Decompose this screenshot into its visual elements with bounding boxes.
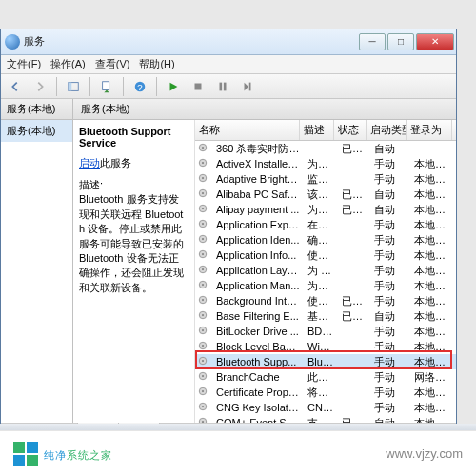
help-button[interactable]: ? <box>129 76 150 97</box>
window-title: 服务 <box>24 34 357 49</box>
services-grid[interactable]: 名称 描述 状态 启动类型 登录为 360 杀毒实时防护...已启动自动Acti… <box>195 120 456 423</box>
minimize-button[interactable]: ─ <box>359 33 386 50</box>
start-service-button[interactable] <box>163 76 184 97</box>
cell-startup: 手动 <box>370 218 410 232</box>
gear-icon <box>197 401 210 414</box>
cell-startup: 手动 <box>370 386 410 400</box>
svg-rect-5 <box>195 83 202 89</box>
menu-file[interactable]: 文件(F) <box>7 57 41 71</box>
selected-service-name: Bluetooth Support Service <box>79 126 188 149</box>
app-window: 服务 ─ □ ✕ 文件(F) 操作(A) 查看(V) 帮助(H) ? 服务(本地… <box>0 29 457 424</box>
table-row[interactable]: Certificate Propa...将用...手动本地系统 <box>195 385 456 400</box>
table-row[interactable]: BitLocker Drive ...BDE...手动本地系统 <box>195 324 456 339</box>
cell-logon: 本地系统 <box>410 218 456 232</box>
svg-point-40 <box>202 375 204 377</box>
back-button[interactable] <box>5 76 26 97</box>
menu-action[interactable]: 操作(A) <box>50 57 86 71</box>
svg-point-34 <box>202 329 204 331</box>
cell-status: 已启动 <box>338 203 370 217</box>
cell-desc: 为 In... <box>304 264 338 278</box>
col-status[interactable]: 状态 <box>334 120 367 140</box>
cell-startup: 手动 <box>370 370 410 385</box>
table-row[interactable]: CNG Key IsolationCNG...手动本地系统 <box>195 400 456 415</box>
cell-desc: 监视... <box>304 172 338 187</box>
col-logon[interactable]: 登录为 <box>407 120 452 140</box>
table-row[interactable]: Adaptive Brightn...监视...手动本地系统 <box>195 171 456 187</box>
stop-service-button[interactable] <box>188 76 208 97</box>
svg-point-28 <box>202 284 204 286</box>
svg-point-22 <box>202 238 204 240</box>
titlebar[interactable]: 服务 ─ □ ✕ <box>1 29 456 55</box>
export-list-button[interactable] <box>96 76 117 97</box>
svg-point-14 <box>202 177 204 179</box>
pause-service-button[interactable] <box>212 76 233 97</box>
cell-startup: 自动 <box>370 309 410 324</box>
cell-logon: 本地系统 <box>410 203 456 217</box>
table-row[interactable]: Bluetooth Supp...Blue...手动本地服务 <box>195 354 456 369</box>
svg-point-26 <box>202 268 204 270</box>
cell-name: Application Laye... <box>212 265 304 276</box>
close-button[interactable]: ✕ <box>416 33 454 50</box>
cell-startup: 手动 <box>370 325 410 339</box>
cell-desc: Win... <box>304 341 338 352</box>
table-row[interactable]: Base Filtering E...基本...已启动自动本地服务 <box>195 308 456 324</box>
cell-name: CNG Key Isolation <box>212 402 304 413</box>
tree-item-services-local[interactable]: 服务(本地) <box>1 120 72 142</box>
menu-view[interactable]: 查看(V) <box>95 57 130 71</box>
cell-logon: 本地服务 <box>410 264 456 278</box>
cell-logon: 网络服务 <box>410 370 456 385</box>
forward-button[interactable] <box>30 76 50 97</box>
cell-logon: 本地系统 <box>410 386 456 400</box>
cell-startup: 手动 <box>370 355 410 369</box>
col-name[interactable]: 名称 <box>195 120 300 140</box>
table-row[interactable]: ActiveX Installer ...为从...手动本地系统 <box>195 156 456 171</box>
show-hide-console-button[interactable] <box>63 76 84 97</box>
col-startup[interactable]: 启动类型 <box>367 120 407 140</box>
cell-logon: 本地系统 <box>410 157 456 171</box>
cell-desc: 基本... <box>304 309 338 324</box>
cell-startup: 自动 <box>370 142 410 156</box>
right-pane: 服务(本地) Bluetooth Support Service 启动此服务 描… <box>73 99 456 423</box>
cell-logon: 本地系统 <box>410 401 456 415</box>
cell-desc: 确定... <box>304 233 338 248</box>
gear-icon <box>197 279 210 292</box>
svg-point-36 <box>202 345 204 347</box>
table-row[interactable]: COM+ Event Syst...支持...已启动自动本地服务 <box>195 415 456 423</box>
restart-service-button[interactable] <box>237 76 258 97</box>
cell-startup: 自动 <box>370 188 410 202</box>
table-row[interactable]: Background Inte...使用...已启动手动本地系统 <box>195 293 456 308</box>
cell-startup: 手动 <box>370 233 410 248</box>
desc-label: 描述: <box>79 178 188 192</box>
table-row[interactable]: Application Expe...在应...手动本地系统 <box>195 217 456 232</box>
svg-point-20 <box>202 223 204 225</box>
table-row[interactable]: Application Laye...为 In...手动本地服务 <box>195 263 456 278</box>
table-row[interactable]: Alipay payment ...为支...已启动自动本地系统 <box>195 202 456 217</box>
cell-status: 已启动 <box>338 294 370 308</box>
desc-text: Bluetooth 服务支持发现和关联远程 Bluetooth 设备。停止或禁用… <box>79 192 188 295</box>
cell-name: Base Filtering E... <box>212 310 304 322</box>
brand-logo-icon <box>13 442 38 466</box>
cell-startup: 手动 <box>370 294 410 308</box>
cell-logon: 本地系统 <box>410 279 456 293</box>
gear-icon <box>197 370 210 384</box>
gear-icon <box>197 157 210 170</box>
col-desc[interactable]: 描述 <box>300 120 334 140</box>
cell-startup: 手动 <box>370 264 410 278</box>
table-row[interactable]: Block Level Back...Win...手动本地系统 <box>195 339 456 354</box>
start-service-link[interactable]: 启动 <box>79 157 100 169</box>
grid-header[interactable]: 名称 描述 状态 启动类型 登录为 <box>195 120 456 141</box>
table-row[interactable]: Application Info...使用...手动本地系统 <box>195 248 456 263</box>
gear-icon <box>197 172 210 186</box>
cell-status: 已启动 <box>338 142 370 156</box>
cell-startup: 手动 <box>370 279 410 293</box>
svg-rect-8 <box>249 82 251 90</box>
menu-help[interactable]: 帮助(H) <box>139 57 174 71</box>
table-row[interactable]: Application Man...为通...手动本地系统 <box>195 278 456 293</box>
table-row[interactable]: BranchCache此服...手动网络服务 <box>195 369 456 385</box>
maximize-button[interactable]: □ <box>387 33 414 50</box>
gear-icon <box>197 264 210 277</box>
table-row[interactable]: Application Iden...确定...手动本地服务 <box>195 232 456 248</box>
table-row[interactable]: Alibaba PC Safe ...该服...已启动自动本地系统 <box>195 187 456 202</box>
table-row[interactable]: 360 杀毒实时防护...已启动自动 <box>195 141 456 156</box>
gear-icon <box>197 142 210 155</box>
